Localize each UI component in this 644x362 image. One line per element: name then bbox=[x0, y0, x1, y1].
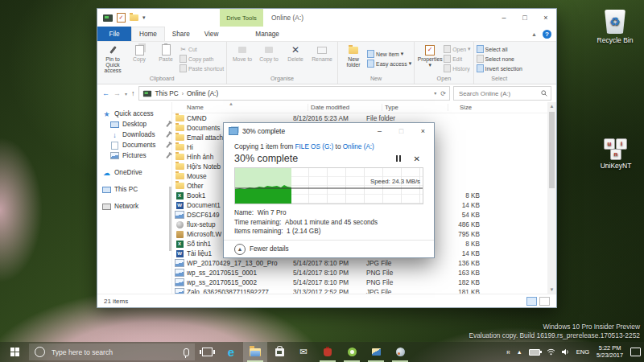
copy-destination-link[interactable]: Online (A:) bbox=[343, 143, 374, 150]
action-center-button[interactable] bbox=[627, 342, 644, 362]
tab-home[interactable]: Home bbox=[131, 27, 165, 41]
language-indicator[interactable]: ENG bbox=[573, 342, 592, 362]
clock[interactable]: 5:22 PM5/23/2017 bbox=[592, 342, 627, 362]
tab-share[interactable]: Share bbox=[165, 27, 197, 41]
fewer-details-button[interactable]: ▲ Fewer details bbox=[224, 240, 434, 257]
properties-button[interactable]: ✓ Properties▾ bbox=[417, 43, 443, 75]
minimize-button[interactable]: – bbox=[493, 9, 514, 27]
copy-source-link[interactable]: FILE OS (G:) bbox=[295, 143, 334, 150]
unikeynt-desktop-icon[interactable]: u i n UniKeyNT bbox=[590, 138, 642, 170]
qat-dropdown-icon[interactable]: ▾ bbox=[142, 14, 146, 21]
search-box[interactable] bbox=[453, 86, 551, 101]
file-row[interactable]: WP_20170429_17_13_00_Pro5/14/2017 8:10 P… bbox=[172, 258, 547, 268]
paste-shortcut-button[interactable]: Paste shortcut bbox=[180, 64, 224, 73]
refresh-icon[interactable]: ⟳ bbox=[440, 90, 446, 97]
file-row[interactable]: wp_ss_20170515_00025/14/2017 8:10 PMPNG … bbox=[172, 278, 547, 287]
taskbar-search-input[interactable] bbox=[50, 348, 179, 357]
column-name[interactable]: Name ▲ bbox=[172, 104, 308, 111]
start-button[interactable] bbox=[0, 342, 29, 362]
nav-scrollbar[interactable] bbox=[169, 187, 171, 251]
pin-to-quick-access-button[interactable]: Pin to Quick access bbox=[100, 43, 126, 75]
file-name: CMND bbox=[187, 115, 293, 122]
vertical-scrollbar[interactable]: ▲ ▼ bbox=[547, 102, 556, 294]
select-none-button[interactable]: Select none bbox=[477, 55, 522, 64]
cut-button[interactable]: ✂ Cut bbox=[180, 45, 224, 54]
address-dropdown-icon[interactable]: ▾ bbox=[434, 90, 436, 97]
sidebar-item-quick-access[interactable]: ★Quick access bbox=[97, 109, 171, 119]
scroll-down-icon[interactable]: ▼ bbox=[550, 286, 555, 294]
paint-app-button[interactable] bbox=[388, 342, 412, 362]
tab-manage[interactable]: Manage bbox=[248, 27, 287, 41]
recent-locations-icon[interactable]: ▾ bbox=[125, 91, 127, 97]
search-input[interactable] bbox=[457, 89, 541, 98]
column-type[interactable]: Type bbox=[382, 104, 448, 111]
invert-selection-button[interactable]: Invert selection bbox=[477, 64, 522, 73]
task-view-button[interactable] bbox=[195, 342, 219, 362]
cancel-icon[interactable]: ✕ bbox=[414, 154, 420, 163]
file-row[interactable]: Zalo_6362503877115922773/13/2017 2:52 PM… bbox=[172, 287, 547, 294]
edit-button[interactable]: Edit bbox=[444, 55, 470, 64]
store-button[interactable] bbox=[267, 342, 291, 362]
column-size[interactable]: Size bbox=[448, 104, 502, 111]
back-button[interactable]: ← bbox=[102, 89, 109, 97]
volume-icon[interactable] bbox=[559, 342, 573, 362]
wifi-icon[interactable] bbox=[543, 342, 559, 362]
taskbar-search-box[interactable] bbox=[29, 343, 195, 360]
unikey-tray-icon[interactable]: ʀ bbox=[503, 342, 513, 362]
maximize-button[interactable]: □ bbox=[514, 9, 535, 27]
breadcrumb-online-a[interactable]: Online (A:) bbox=[187, 90, 218, 97]
edge-button[interactable]: e bbox=[219, 342, 243, 362]
easy-access-button[interactable]: Easy access▾ bbox=[367, 60, 411, 68]
microphone-icon[interactable] bbox=[184, 348, 189, 356]
dl-icon: ↓ bbox=[110, 131, 119, 139]
coccoc-button[interactable] bbox=[340, 342, 364, 362]
dialog-close-button[interactable]: × bbox=[412, 123, 434, 139]
up-button[interactable]: ↑ bbox=[131, 89, 135, 97]
large-icons-view-icon[interactable] bbox=[539, 297, 550, 306]
pause-icon[interactable] bbox=[396, 155, 401, 162]
breadcrumb[interactable]: This PC › Online (A:) ▾ ⟳ bbox=[138, 86, 450, 101]
select-all-button[interactable]: Select all bbox=[477, 45, 522, 54]
open-button[interactable]: Open▾ bbox=[444, 45, 470, 54]
close-button[interactable]: × bbox=[535, 9, 556, 27]
recycle-bin-desktop-icon[interactable]: ♻ Recycle Bin bbox=[589, 10, 641, 44]
file-row[interactable]: wp_ss_20170515_00015/14/2017 8:10 PMPNG … bbox=[172, 268, 547, 278]
dialog-minimize-button[interactable]: – bbox=[369, 123, 390, 139]
scroll-up-icon[interactable]: ▲ bbox=[550, 102, 555, 110]
breadcrumb-this-pc[interactable]: This PC bbox=[155, 90, 179, 97]
red-app-button[interactable] bbox=[316, 342, 340, 362]
sidebar-item-network[interactable]: Network bbox=[97, 201, 171, 212]
move-to-button[interactable]: Move to bbox=[229, 43, 255, 75]
paste-button[interactable]: Paste bbox=[153, 43, 179, 75]
mail-button[interactable]: ✉ bbox=[291, 342, 316, 362]
history-button[interactable]: History bbox=[444, 64, 470, 73]
sidebar-item-desktop[interactable]: Desktop bbox=[97, 119, 171, 130]
copy-icon bbox=[134, 44, 145, 56]
column-date-modified[interactable]: Date modified bbox=[308, 104, 382, 111]
new-folder-button[interactable]: New folder bbox=[341, 43, 366, 75]
delete-button[interactable]: ✕ Delete bbox=[283, 43, 308, 75]
tab-view[interactable]: View bbox=[197, 27, 226, 41]
properties-qat-icon[interactable]: ✓ bbox=[117, 13, 126, 23]
copy-to-button[interactable]: Copy to bbox=[256, 43, 282, 75]
forward-button[interactable]: → bbox=[114, 89, 121, 97]
tab-file[interactable]: File bbox=[97, 27, 131, 41]
help-icon[interactable]: ? bbox=[543, 30, 551, 39]
hidden-icons-chevron-icon[interactable]: ▲ bbox=[514, 342, 526, 362]
sidebar-item-onedrive[interactable]: ☁OneDrive bbox=[97, 167, 171, 178]
documents-app-button[interactable] bbox=[364, 342, 388, 362]
copy-button[interactable]: Copy bbox=[126, 43, 152, 75]
rename-button[interactable]: Rename bbox=[309, 43, 335, 75]
sidebar-item-this-pc[interactable]: This PC bbox=[97, 184, 171, 195]
file-explorer-button[interactable] bbox=[243, 342, 267, 362]
ribbon-collapse-icon[interactable]: ▲ bbox=[531, 31, 537, 37]
sidebar-item-downloads[interactable]: ↓Downloads bbox=[97, 130, 171, 140]
battery-icon[interactable] bbox=[526, 342, 543, 362]
sidebar-item-pictures[interactable]: Pictures bbox=[97, 150, 171, 161]
scroll-thumb[interactable] bbox=[549, 112, 555, 188]
new-folder-qat-icon[interactable] bbox=[130, 14, 138, 21]
new-item-button[interactable]: New item▾ bbox=[367, 50, 411, 59]
sidebar-item-documents[interactable]: Documents bbox=[97, 140, 171, 150]
details-view-icon[interactable] bbox=[526, 297, 537, 306]
copy-path-button[interactable]: Copy path bbox=[180, 55, 224, 64]
